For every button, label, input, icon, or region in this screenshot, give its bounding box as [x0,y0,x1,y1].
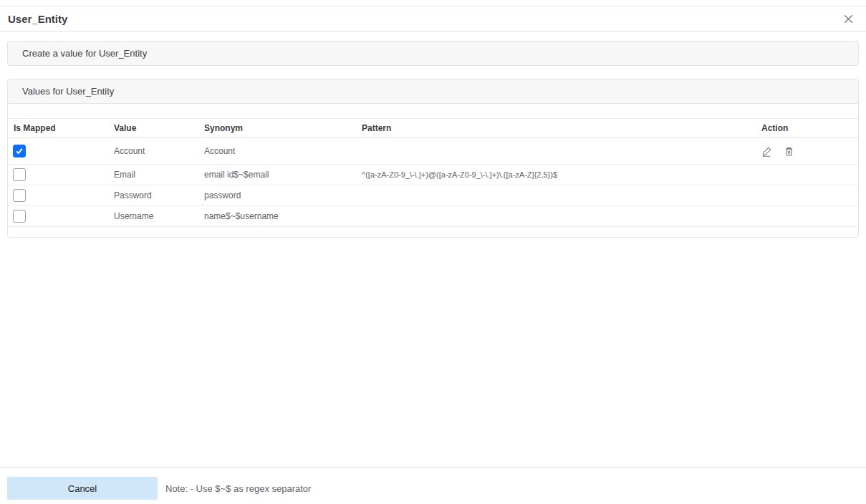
column-header-value: Value [108,119,198,138]
is-mapped-checkbox[interactable] [13,189,26,202]
value-cell: Password [108,185,198,206]
table-footer-strip [8,227,858,237]
action-cell [756,206,858,227]
cancel-button[interactable]: Cancel [7,477,158,500]
checkmark-icon [15,147,24,155]
table-row: Username name$~$username [8,206,858,227]
value-cell: Email [108,165,198,185]
values-table-body: Account Account [8,138,858,227]
is-mapped-cell [8,206,108,227]
pattern-cell [356,138,756,165]
pattern-cell [356,185,756,206]
close-icon [842,16,855,27]
synonym-cell: email id$~$email [198,165,356,185]
value-cell: Username [108,206,198,227]
dialog-header: User_Entity [0,6,866,32]
table-header-row: Is Mapped Value Synonym Pattern Action [8,119,858,138]
pattern-cell: ^([a-zA-Z0-9_\-\.]+)@([a-zA-Z0-9_\-\.]+)… [356,165,756,185]
value-cell: Account [108,138,198,165]
action-cell [756,165,858,185]
table-spacer [8,104,858,118]
table-row: Password password [8,185,858,206]
is-mapped-cell [8,185,108,206]
is-mapped-cell [8,165,108,185]
column-header-synonym: Synonym [198,119,356,138]
action-cell [756,138,858,165]
action-buttons [761,146,858,157]
is-mapped-cell [8,138,108,165]
create-value-panel-label: Create a value for User_Entity [8,48,147,59]
is-mapped-checkbox[interactable] [13,168,26,181]
edit-icon[interactable] [761,146,772,157]
create-value-panel[interactable]: Create a value for User_Entity [7,41,859,66]
table-row: Email email id$~$email ^([a-zA-Z0-9_\-\.… [8,165,858,185]
action-cell [756,185,858,206]
column-header-is-mapped: Is Mapped [8,119,108,138]
synonym-cell: name$~$username [198,206,356,227]
column-header-action: Action [756,119,858,138]
values-panel-header: Values for User_Entity [8,79,858,104]
synonym-cell: password [198,185,356,206]
dialog-title: User_Entity [8,13,67,25]
table-row: Account Account [8,138,858,165]
footer-divider [0,467,866,468]
user-entity-dialog: User_Entity Create a value for User_Enti… [0,0,866,504]
close-button[interactable] [841,11,856,26]
regex-note: Note: - Use $~$ as regex separator [165,477,311,500]
is-mapped-checkbox[interactable] [13,210,26,223]
values-panel-label: Values for User_Entity [8,86,114,97]
column-header-pattern: Pattern [356,119,756,138]
synonym-cell: Account [198,138,356,165]
pattern-cell [356,206,756,227]
is-mapped-checkbox[interactable] [13,145,26,158]
delete-icon[interactable] [784,146,794,157]
values-panel: Values for User_Entity Is Mapped Value S… [7,79,859,238]
values-table: Is Mapped Value Synonym Pattern Action A… [8,118,858,227]
